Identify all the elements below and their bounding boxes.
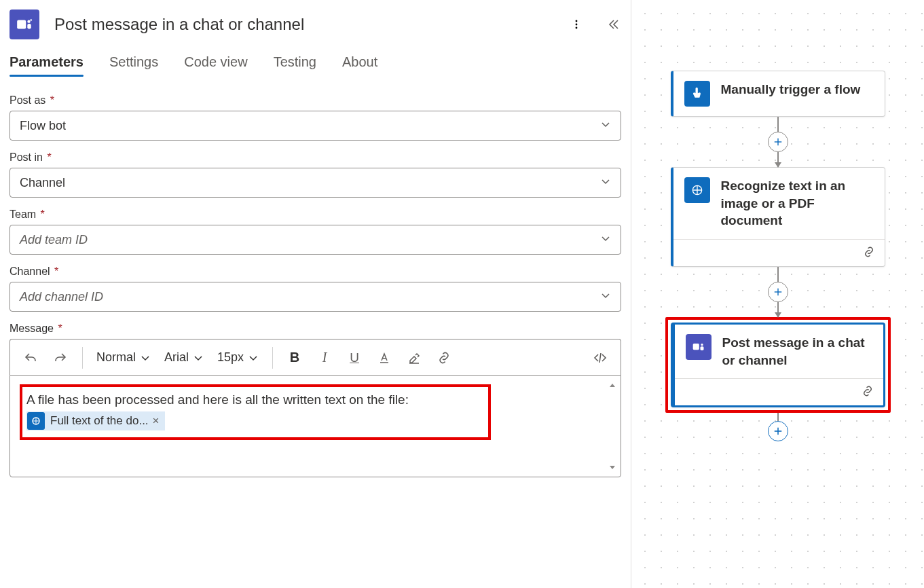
post-as-select[interactable]: Flow bot	[10, 111, 621, 141]
editor-scrollbar[interactable]	[608, 382, 618, 471]
bold-button[interactable]: B	[282, 346, 307, 370]
tab-testing[interactable]: Testing	[274, 54, 316, 75]
link-button[interactable]	[432, 346, 456, 370]
collapse-panel-button[interactable]	[605, 16, 621, 33]
svg-point-1	[27, 20, 30, 23]
flow-node-recognize-text[interactable]: Recognize text in an image or a PDF docu…	[671, 167, 885, 267]
annotation-highlight: Post message in a chat or channel	[665, 317, 891, 413]
touch-icon	[684, 81, 710, 107]
flow-node-trigger[interactable]: Manually trigger a flow	[671, 71, 885, 117]
post-in-label: Post in *	[10, 151, 621, 164]
font-family-select[interactable]: Arial	[160, 350, 208, 365]
font-size-select[interactable]: 15px	[213, 350, 263, 365]
panel-header: Post message in a chat or channel	[10, 7, 621, 54]
chevron-down-icon	[600, 176, 611, 190]
annotation-highlight: A file has been processed and here is al…	[20, 384, 491, 440]
message-editor[interactable]: A file has been processed and here is al…	[10, 375, 621, 477]
more-options-button[interactable]	[568, 16, 585, 33]
link-icon	[863, 246, 875, 260]
tab-about[interactable]: About	[342, 54, 377, 75]
link-icon	[862, 385, 874, 399]
italic-button[interactable]: I	[312, 346, 337, 370]
svg-rect-16	[692, 344, 699, 350]
svg-point-2	[30, 19, 32, 21]
ai-icon	[684, 177, 710, 203]
svg-point-5	[576, 24, 578, 26]
svg-rect-3	[27, 24, 31, 29]
dynamic-content-token[interactable]: Full text of the do... ×	[26, 411, 165, 430]
paragraph-style-select[interactable]: Normal	[92, 350, 155, 365]
teams-icon	[686, 334, 712, 360]
team-label: Team *	[10, 208, 621, 221]
chevron-down-icon	[600, 290, 611, 304]
svg-point-17	[701, 344, 703, 346]
svg-line-9	[599, 353, 601, 363]
svg-point-4	[576, 20, 578, 22]
tab-settings[interactable]: Settings	[109, 54, 158, 75]
svg-rect-0	[17, 20, 26, 29]
message-label: Message *	[10, 323, 621, 335]
channel-label: Channel *	[10, 265, 621, 278]
post-as-label: Post as *	[10, 94, 621, 107]
chevron-down-icon	[600, 233, 611, 247]
highlight-button[interactable]	[402, 346, 426, 370]
flow-node-post-message[interactable]: Post message in a chat or channel	[671, 323, 885, 407]
svg-rect-18	[700, 346, 703, 350]
undo-button[interactable]	[18, 346, 43, 370]
svg-point-6	[576, 27, 578, 29]
add-step-button[interactable]	[768, 132, 788, 152]
tab-code-view[interactable]: Code view	[184, 54, 247, 75]
add-step-button[interactable]	[768, 282, 788, 302]
underline-button[interactable]: U	[342, 346, 367, 370]
tabs: Parameters Settings Code view Testing Ab…	[10, 54, 621, 75]
flow-canvas[interactable]: Manually trigger a flow Recognize text i…	[631, 0, 924, 588]
action-app-icon	[10, 10, 39, 39]
font-color-button[interactable]	[372, 346, 396, 370]
redo-button[interactable]	[48, 346, 73, 370]
team-select[interactable]: Add team ID	[10, 225, 621, 255]
panel-title: Post message in a chat or channel	[54, 15, 568, 34]
code-view-button[interactable]	[588, 346, 612, 370]
channel-select[interactable]: Add channel ID	[10, 282, 621, 312]
tab-parameters[interactable]: Parameters	[10, 54, 84, 75]
chevron-down-icon	[600, 119, 611, 133]
post-in-select[interactable]: Channel	[10, 168, 621, 198]
editor-toolbar: Normal Arial 15px B I U	[10, 339, 621, 375]
add-step-button[interactable]	[768, 421, 788, 441]
message-text-line: A file has been processed and here is al…	[26, 392, 484, 407]
ai-icon	[27, 412, 45, 430]
remove-token-button[interactable]: ×	[153, 414, 160, 428]
